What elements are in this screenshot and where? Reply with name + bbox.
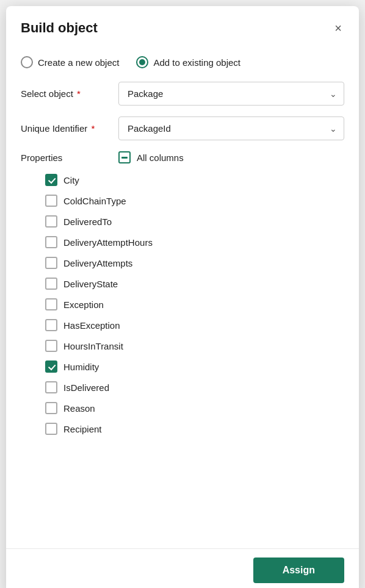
exception-checkbox[interactable] xyxy=(45,298,57,310)
properties-section: Properties All columns City ColdChainTyp… xyxy=(21,151,344,439)
city-label: City xyxy=(63,175,79,185)
humidity-label: Humidity xyxy=(63,362,99,372)
coldchaintype-checkbox[interactable] xyxy=(45,195,57,207)
add-existing-radio-label[interactable]: Add to existing object xyxy=(136,56,240,68)
unique-identifier-row: Unique Identifier * PackageId ⌄ xyxy=(21,117,344,140)
reason-label: Reason xyxy=(63,403,95,414)
hoursintransit-checkbox[interactable] xyxy=(45,340,57,352)
properties-header: Properties All columns xyxy=(21,151,344,163)
select-object-label: Select object * xyxy=(21,88,118,99)
deliveryattempthours-label: DeliveryAttemptHours xyxy=(63,237,153,248)
deliveredto-checkbox[interactable] xyxy=(45,215,57,228)
unique-identifier-required: * xyxy=(89,123,95,134)
coldchaintype-label: ColdChainType xyxy=(63,196,126,206)
create-new-radio[interactable] xyxy=(21,56,33,68)
list-item: HoursInTransit xyxy=(21,335,344,356)
add-existing-label: Add to existing object xyxy=(153,57,240,68)
assign-button[interactable]: Assign xyxy=(253,558,344,583)
list-item: DeliveryAttempts xyxy=(21,253,344,273)
deliveredto-label: DeliveredTo xyxy=(63,217,112,227)
select-object-row: Select object * Package ⌄ xyxy=(21,82,344,106)
recipient-label: Recipient xyxy=(63,424,102,434)
recipient-checkbox[interactable] xyxy=(45,423,57,435)
unique-identifier-label: Unique Identifier * xyxy=(21,123,118,134)
reason-checkbox[interactable] xyxy=(45,402,57,414)
list-item: HasException xyxy=(21,315,344,335)
dialog-footer: Assign xyxy=(6,548,359,588)
list-item: Humidity xyxy=(21,356,344,377)
deliveryattempts-label: DeliveryAttempts xyxy=(63,258,132,268)
list-item: Reason xyxy=(21,398,344,418)
build-object-dialog: Build object × Create a new object Add t… xyxy=(6,6,359,588)
all-columns-label: All columns xyxy=(137,152,184,163)
hasexception-label: HasException xyxy=(63,320,120,331)
exception-label: Exception xyxy=(63,299,104,310)
deliverystate-label: DeliveryState xyxy=(63,279,118,289)
list-item: City xyxy=(21,170,344,190)
select-object-required: * xyxy=(74,88,81,99)
select-object-wrapper: Package ⌄ xyxy=(118,82,344,106)
all-columns-row: All columns xyxy=(118,151,184,163)
city-checkbox[interactable] xyxy=(45,174,57,186)
deliveryattempts-checkbox[interactable] xyxy=(45,257,57,269)
close-button[interactable]: × xyxy=(332,20,344,37)
all-columns-indeterminate-mark xyxy=(121,157,128,159)
properties-label: Properties xyxy=(21,152,118,163)
list-item: IsDelivered xyxy=(21,377,344,398)
isdelivered-checkbox[interactable] xyxy=(45,381,57,393)
hasexception-checkbox[interactable] xyxy=(45,319,57,331)
unique-identifier-wrapper: PackageId ⌄ xyxy=(118,117,344,140)
list-item: DeliveredTo xyxy=(21,211,344,232)
humidity-checkbox[interactable] xyxy=(45,360,57,373)
dialog-title: Build object xyxy=(21,20,98,36)
unique-identifier-dropdown[interactable]: PackageId xyxy=(118,117,344,140)
deliveryattempthours-checkbox[interactable] xyxy=(45,236,57,248)
list-item: DeliveryState xyxy=(21,273,344,294)
isdelivered-label: IsDelivered xyxy=(63,382,109,393)
list-item: Exception xyxy=(21,294,344,315)
list-item: DeliveryAttemptHours xyxy=(21,232,344,253)
select-object-dropdown[interactable]: Package xyxy=(118,82,344,106)
list-item: ColdChainType xyxy=(21,190,344,211)
list-item: Recipient xyxy=(21,418,344,439)
add-existing-radio[interactable] xyxy=(136,56,148,68)
create-new-radio-label[interactable]: Create a new object xyxy=(21,56,119,68)
all-columns-checkbox[interactable] xyxy=(118,151,131,163)
dialog-body: Create a new object Add to existing obje… xyxy=(6,45,359,548)
create-new-label: Create a new object xyxy=(38,57,119,68)
hoursintransit-label: HoursInTransit xyxy=(63,341,123,351)
deliverystate-checkbox[interactable] xyxy=(45,278,57,290)
dialog-header: Build object × xyxy=(6,6,359,45)
radio-group: Create a new object Add to existing obje… xyxy=(21,56,344,68)
